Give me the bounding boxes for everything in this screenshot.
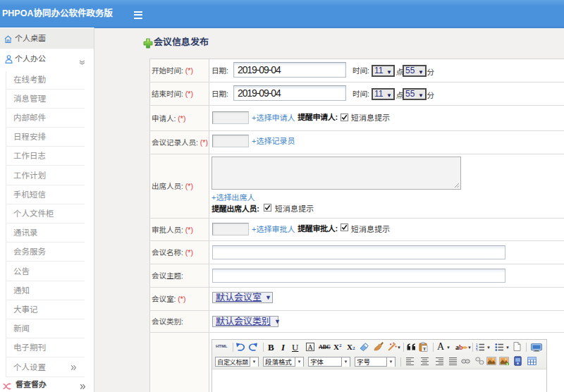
svg-text:3: 3 xyxy=(476,349,478,351)
svg-text:T: T xyxy=(423,346,427,352)
